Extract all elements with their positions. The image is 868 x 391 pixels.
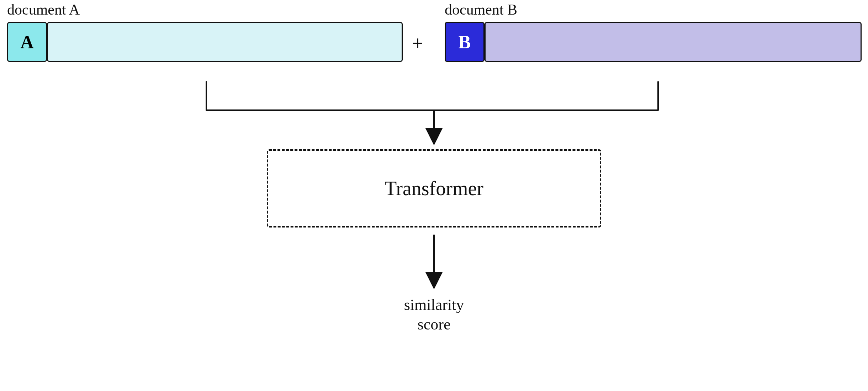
merge-bracket xyxy=(206,82,658,110)
transformer-box: Transformer xyxy=(267,149,601,227)
token-a-head: A xyxy=(7,22,47,62)
output-label: similarity score xyxy=(363,295,505,334)
document-b-body xyxy=(485,22,862,62)
transformer-label: Transformer xyxy=(385,177,483,200)
output-line1: similarity xyxy=(404,296,464,314)
label-document-a: document A xyxy=(7,1,80,18)
token-a-letter: A xyxy=(20,32,34,53)
token-b-letter: B xyxy=(459,32,471,53)
token-b-head: B xyxy=(445,22,485,62)
output-line2: score xyxy=(418,316,451,333)
label-document-b: document B xyxy=(445,1,517,18)
plus-symbol: + xyxy=(412,32,423,55)
document-a-body xyxy=(47,22,403,62)
